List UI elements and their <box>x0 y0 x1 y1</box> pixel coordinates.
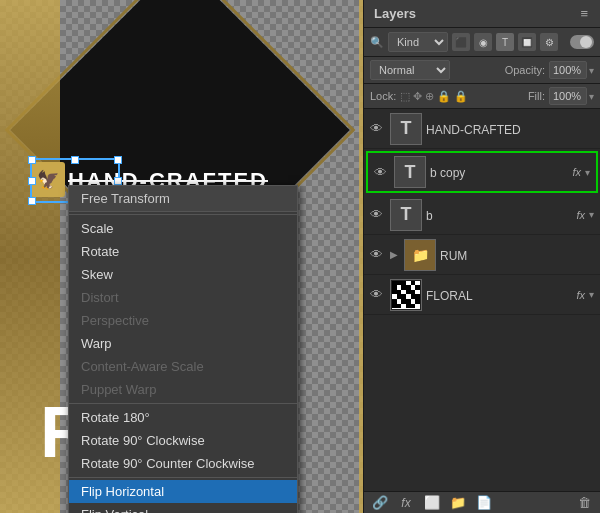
eye-icon-rum[interactable]: 👁 <box>370 247 386 262</box>
layers-title-bar: Layers ≡ <box>364 0 600 28</box>
separator-2 <box>69 403 297 404</box>
info-rum: RUM <box>440 246 594 264</box>
delete-icon[interactable]: 🗑 <box>574 495 594 510</box>
menu-item-skew[interactable]: Skew <box>69 263 297 286</box>
text-filter-icon[interactable]: T <box>496 33 514 51</box>
handle-tr[interactable] <box>114 156 122 164</box>
kind-filter-row: 🔍 Kind ⬛ ◉ T 🔲 ⚙ <box>364 28 600 57</box>
handle-mr[interactable] <box>114 177 122 185</box>
layer-floral[interactable]: 👁 FLORAL fx ▾ <box>364 275 600 315</box>
info-hand-crafted: HAND-CRAFTED <box>426 120 594 138</box>
handle-bl[interactable] <box>28 197 36 205</box>
thumb-b-copy: T <box>394 156 426 188</box>
layer-b[interactable]: 👁 T b fx ▾ <box>364 195 600 235</box>
eye-icon-floral[interactable]: 👁 <box>370 287 386 302</box>
info-floral: FLORAL <box>426 286 568 304</box>
opacity-input[interactable] <box>549 61 587 79</box>
layer-b-copy[interactable]: 👁 T b copy fx ▾ <box>366 151 598 193</box>
fx-chevron-b[interactable]: ▾ <box>589 209 594 220</box>
adjustment-filter-icon[interactable]: ◉ <box>474 33 492 51</box>
fx-icon[interactable]: fx <box>396 496 416 510</box>
lock-position-icon[interactable]: ⊕ <box>425 90 434 103</box>
search-icon: 🔍 <box>370 36 384 49</box>
lock-artboard-icon[interactable]: 🔒 <box>437 90 451 103</box>
handle-ml[interactable] <box>28 177 36 185</box>
blend-opacity-row: Normal Opacity: ▾ <box>364 57 600 84</box>
fill-input[interactable] <box>549 87 587 105</box>
folder-icon[interactable]: 📁 <box>448 495 468 510</box>
layer-rum[interactable]: 👁 ▶ 📁 RUM <box>364 235 600 275</box>
lock-all-icon[interactable]: 🔒 <box>454 90 468 103</box>
eye-icon-hand-crafted[interactable]: 👁 <box>370 121 386 136</box>
thumb-rum: 📁 <box>404 239 436 271</box>
name-floral: FLORAL <box>426 289 473 303</box>
layers-panel: Layers ≡ 🔍 Kind ⬛ ◉ T 🔲 ⚙ Normal Opacity… <box>363 0 600 513</box>
link-icon[interactable]: 🔗 <box>370 495 390 510</box>
shape-filter-icon[interactable]: 🔲 <box>518 33 536 51</box>
canvas-area: 🦅 HAND-CRAFTED RU Free Transform Scale R… <box>0 0 363 513</box>
layers-menu-icon[interactable]: ≡ <box>580 6 590 21</box>
layers-list: 👁 T HAND-CRAFTED 👁 T b copy fx ▾ 👁 T b f… <box>364 109 600 491</box>
eye-icon-b-copy[interactable]: 👁 <box>374 165 390 180</box>
menu-header: Free Transform <box>69 186 297 212</box>
lock-icons-group: ⬚ ✥ ⊕ 🔒 🔒 <box>400 90 468 103</box>
menu-item-flip-vertical[interactable]: Flip Vertical <box>69 503 297 513</box>
menu-item-distort: Distort <box>69 286 297 309</box>
lock-label: Lock: <box>370 90 396 102</box>
fx-badge-b-copy: fx <box>572 166 581 178</box>
menu-item-puppet-warp: Puppet Warp <box>69 378 297 401</box>
opacity-chevron[interactable]: ▾ <box>589 65 594 76</box>
eye-icon-b[interactable]: 👁 <box>370 207 386 222</box>
name-b-copy: b copy <box>430 166 465 180</box>
fx-badge-b: fx <box>576 209 585 221</box>
menu-item-rotate[interactable]: Rotate <box>69 240 297 263</box>
opacity-label: Opacity: <box>505 64 545 76</box>
info-b: b <box>426 206 568 224</box>
thumb-floral <box>390 279 422 311</box>
menu-item-scale[interactable]: Scale <box>69 217 297 240</box>
name-hand-crafted: HAND-CRAFTED <box>426 123 521 137</box>
layer-hand-crafted[interactable]: 👁 T HAND-CRAFTED <box>364 109 600 149</box>
menu-item-rotate180[interactable]: Rotate 180° <box>69 406 297 429</box>
thumb-hand-crafted: T <box>390 113 422 145</box>
separator-1 <box>69 214 297 215</box>
layers-title: Layers <box>374 6 416 21</box>
info-b-copy: b copy <box>430 163 564 181</box>
new-layer-icon[interactable]: 📄 <box>474 495 494 510</box>
name-rum: RUM <box>440 249 467 263</box>
fx-badge-floral: fx <box>576 289 585 301</box>
kind-dropdown[interactable]: Kind <box>388 32 448 52</box>
fx-chevron-floral[interactable]: ▾ <box>589 289 594 300</box>
fill-chevron[interactable]: ▾ <box>589 91 594 102</box>
context-menu: Free Transform Scale Rotate Skew Distort… <box>68 185 298 513</box>
lock-fill-row: Lock: ⬚ ✥ ⊕ 🔒 🔒 Fill: ▾ <box>364 84 600 109</box>
lock-transparent-icon[interactable]: ⬚ <box>400 90 410 103</box>
mask-icon[interactable]: ⬜ <box>422 495 442 510</box>
menu-item-flip-horizontal[interactable]: Flip Horizontal <box>69 480 297 503</box>
menu-item-rotate90cw[interactable]: Rotate 90° Clockwise <box>69 429 297 452</box>
menu-item-content-aware-scale: Content-Aware Scale <box>69 355 297 378</box>
fx-chevron-b-copy[interactable]: ▾ <box>585 167 590 178</box>
menu-item-perspective: Perspective <box>69 309 297 332</box>
layers-toolbar: 🔗 fx ⬜ 📁 📄 🗑 <box>364 491 600 513</box>
lock-pixels-icon[interactable]: ✥ <box>413 90 422 103</box>
fill-label: Fill: <box>528 90 545 102</box>
pixel-filter-icon[interactable]: ⬛ <box>452 33 470 51</box>
blend-mode-dropdown[interactable]: Normal <box>370 60 450 80</box>
smart-filter-icon[interactable]: ⚙ <box>540 33 558 51</box>
menu-item-warp[interactable]: Warp <box>69 332 297 355</box>
menu-item-rotate90ccw[interactable]: Rotate 90° Counter Clockwise <box>69 452 297 475</box>
separator-3 <box>69 477 297 478</box>
thumb-b: T <box>390 199 422 231</box>
filter-toggle[interactable] <box>570 35 594 49</box>
handle-tm[interactable] <box>71 156 79 164</box>
handle-tl[interactable] <box>28 156 36 164</box>
name-b: b <box>426 209 433 223</box>
expand-rum[interactable]: ▶ <box>390 249 400 260</box>
